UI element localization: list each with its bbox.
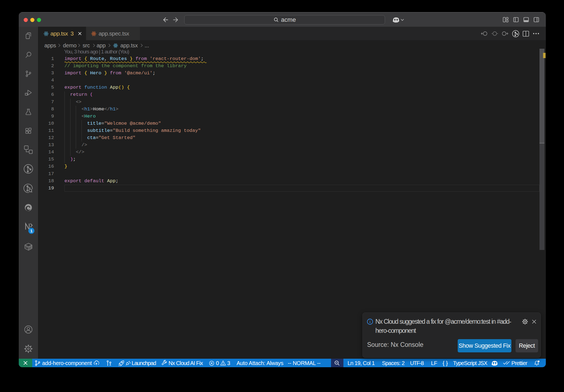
svg-text:1: 1 xyxy=(30,228,33,233)
